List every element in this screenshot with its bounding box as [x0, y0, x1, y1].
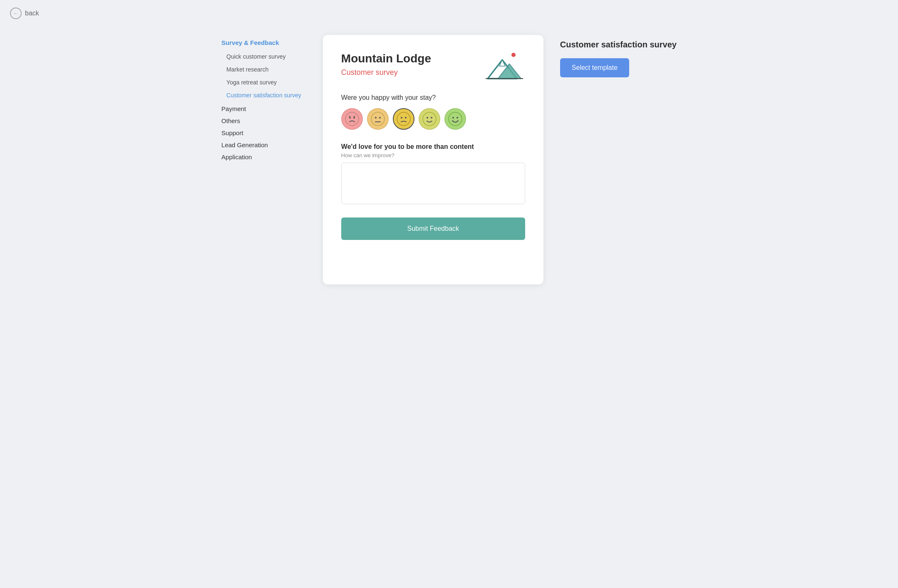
- svg-point-8: [371, 112, 385, 126]
- preview-card: Mountain Lodge Customer survey: [323, 35, 543, 284]
- sidebar-item-support[interactable]: Support: [221, 126, 306, 138]
- svg-point-17: [431, 117, 432, 119]
- main-content: Survey & Feedback Quick customer survey …: [0, 27, 898, 588]
- template-title: Customer satisfaction survey: [560, 39, 677, 50]
- sidebar: Survey & Feedback Quick customer survey …: [221, 35, 306, 162]
- sidebar-item-payment[interactable]: Payment: [221, 102, 306, 114]
- sidebar-item-application[interactable]: Application: [221, 150, 306, 162]
- right-panel: Customer satisfaction survey Select temp…: [560, 35, 677, 77]
- svg-point-16: [427, 117, 428, 119]
- content-svg: [422, 111, 437, 126]
- card-title: Mountain Lodge: [341, 52, 431, 66]
- page-wrapper: ← back Survey & Feedback Quick customer …: [0, 0, 898, 588]
- emoji-content[interactable]: [419, 108, 440, 130]
- emoji-happy[interactable]: [444, 108, 466, 130]
- back-circle-icon: ←: [10, 7, 22, 19]
- svg-point-9: [375, 117, 377, 119]
- sidebar-category-survey-feedback[interactable]: Survey & Feedback: [221, 39, 306, 46]
- svg-point-19: [452, 117, 454, 119]
- emoji-very-unhappy[interactable]: [341, 108, 363, 130]
- sidebar-item-others[interactable]: Others: [221, 114, 306, 126]
- feedback-textarea[interactable]: [341, 163, 525, 204]
- svg-point-0: [511, 53, 516, 57]
- svg-point-20: [456, 117, 458, 119]
- svg-point-13: [401, 117, 402, 119]
- mountain-icon: [484, 52, 525, 81]
- emoji-neutral[interactable]: [393, 108, 414, 130]
- top-bar: ← back: [0, 0, 898, 27]
- emoji-unhappy[interactable]: [367, 108, 389, 130]
- feedback-subtitle: How can we improve?: [341, 152, 525, 158]
- question-label: Were you happy with your stay?: [341, 94, 525, 101]
- sidebar-item-customer-satisfaction-survey[interactable]: Customer satisfaction survey: [221, 89, 306, 102]
- svg-point-10: [379, 117, 381, 119]
- card-header-text: Mountain Lodge Customer survey: [341, 52, 431, 77]
- emoji-row: [341, 108, 525, 130]
- svg-point-18: [449, 112, 462, 126]
- svg-point-5: [345, 112, 359, 126]
- card-subtitle: Customer survey: [341, 68, 431, 77]
- sidebar-item-market-research[interactable]: Market research: [221, 63, 306, 76]
- select-template-button[interactable]: Select template: [560, 58, 629, 77]
- svg-point-12: [397, 112, 410, 126]
- feedback-title: We'd love for you to be more than conten…: [341, 143, 525, 151]
- svg-point-15: [423, 112, 436, 126]
- sidebar-item-yoga-retreat-survey[interactable]: Yoga retreat survey: [221, 76, 306, 89]
- unhappy-svg: [370, 111, 385, 126]
- sidebar-item-quick-customer-survey[interactable]: Quick customer survey: [221, 50, 306, 63]
- neutral-svg: [396, 111, 411, 126]
- happy-svg: [448, 111, 463, 126]
- card-header: Mountain Lodge Customer survey: [341, 52, 525, 81]
- back-button[interactable]: ← back: [10, 7, 39, 19]
- sidebar-item-lead-generation[interactable]: Lead Generation: [221, 138, 306, 150]
- feedback-section: We'd love for you to be more than conten…: [341, 143, 525, 206]
- svg-point-14: [405, 117, 407, 119]
- submit-feedback-button[interactable]: Submit Feedback: [341, 217, 525, 240]
- back-label: back: [25, 10, 39, 17]
- very-unhappy-svg: [345, 111, 360, 126]
